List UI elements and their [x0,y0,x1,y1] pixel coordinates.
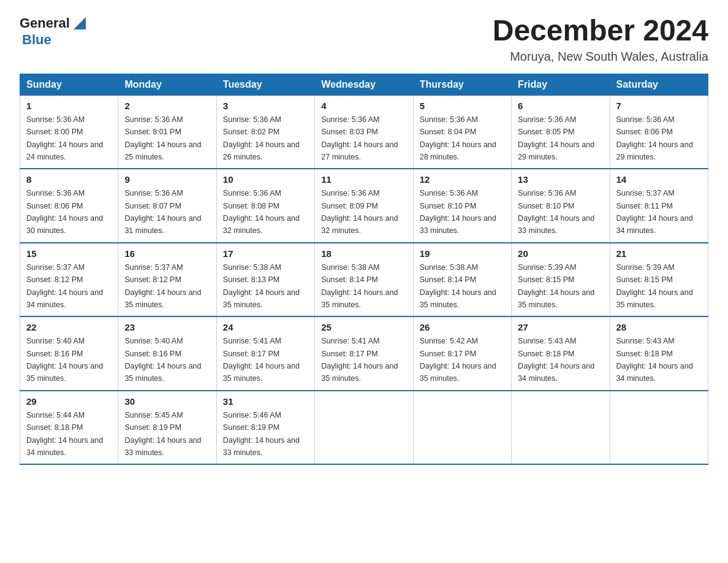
day-info: Sunrise: 5:36 AMSunset: 8:04 PMDaylight:… [420,115,496,161]
weekday-header-friday: Friday [512,74,610,95]
calendar-cell: 19 Sunrise: 5:38 AMSunset: 8:14 PMDaylig… [413,243,511,317]
day-info: Sunrise: 5:37 AMSunset: 8:12 PMDaylight:… [124,263,201,309]
day-number: 19 [420,248,505,259]
day-info: Sunrise: 5:41 AMSunset: 8:17 PMDaylight:… [223,337,300,383]
weekday-header-monday: Monday [118,74,216,95]
day-number: 5 [420,101,505,111]
calendar-cell: 28 Sunrise: 5:43 AMSunset: 8:18 PMDaylig… [610,316,708,391]
day-number: 23 [124,322,210,332]
calendar-cell: 15 Sunrise: 5:37 AMSunset: 8:12 PMDaylig… [20,243,118,317]
calendar-cell: 2 Sunrise: 5:36 AMSunset: 8:01 PMDayligh… [118,95,216,169]
day-number: 13 [518,174,603,185]
day-number: 3 [223,101,308,111]
calendar-cell: 29 Sunrise: 5:44 AMSunset: 8:18 PMDaylig… [20,391,118,465]
calendar-cell: 30 Sunrise: 5:45 AMSunset: 8:19 PMDaylig… [118,391,216,465]
day-info: Sunrise: 5:40 AMSunset: 8:16 PMDaylight:… [26,337,103,383]
day-number: 4 [321,101,406,111]
day-info: Sunrise: 5:38 AMSunset: 8:14 PMDaylight:… [321,263,398,309]
calendar-cell: 9 Sunrise: 5:36 AMSunset: 8:07 PMDayligh… [118,169,216,243]
day-info: Sunrise: 5:39 AMSunset: 8:15 PMDaylight:… [518,263,594,309]
day-number: 22 [26,322,112,332]
day-number: 12 [420,174,505,185]
day-info: Sunrise: 5:36 AMSunset: 8:10 PMDaylight:… [518,189,594,235]
day-number: 20 [518,248,603,259]
day-number: 29 [26,396,112,407]
day-info: Sunrise: 5:36 AMSunset: 8:08 PMDaylight:… [223,189,300,235]
calendar-cell: 14 Sunrise: 5:37 AMSunset: 8:11 PMDaylig… [610,169,708,243]
day-number: 28 [616,322,702,332]
calendar-cell: 31 Sunrise: 5:46 AMSunset: 8:19 PMDaylig… [216,391,314,465]
calendar-cell [413,391,511,465]
logo-general-text: General [20,15,70,31]
day-info: Sunrise: 5:36 AMSunset: 8:02 PMDaylight:… [223,115,300,161]
day-number: 8 [26,174,112,185]
calendar-week-row: 22 Sunrise: 5:40 AMSunset: 8:16 PMDaylig… [20,316,708,391]
day-number: 17 [223,248,308,259]
day-number: 27 [518,322,603,332]
day-info: Sunrise: 5:40 AMSunset: 8:16 PMDaylight:… [124,337,201,383]
weekday-header-tuesday: Tuesday [216,74,314,95]
calendar-cell: 11 Sunrise: 5:36 AMSunset: 8:09 PMDaylig… [315,169,413,243]
day-info: Sunrise: 5:36 AMSunset: 8:05 PMDaylight:… [518,115,594,161]
calendar-cell: 7 Sunrise: 5:36 AMSunset: 8:06 PMDayligh… [610,95,708,169]
day-number: 15 [26,248,112,259]
day-number: 24 [223,322,308,332]
calendar-cell [512,391,610,465]
calendar-cell: 6 Sunrise: 5:36 AMSunset: 8:05 PMDayligh… [512,95,610,169]
day-number: 16 [124,248,210,259]
day-number: 6 [518,101,603,111]
day-info: Sunrise: 5:38 AMSunset: 8:14 PMDaylight:… [420,263,496,309]
day-info: Sunrise: 5:36 AMSunset: 8:06 PMDaylight:… [26,189,103,235]
month-title: December 2024 [493,15,708,47]
calendar-header-row: SundayMondayTuesdayWednesdayThursdayFrid… [20,74,708,95]
calendar-cell: 24 Sunrise: 5:41 AMSunset: 8:17 PMDaylig… [216,316,314,391]
logo-triangle-icon [71,15,88,32]
day-number: 9 [124,174,210,185]
day-info: Sunrise: 5:37 AMSunset: 8:11 PMDaylight:… [616,189,693,235]
calendar-week-row: 15 Sunrise: 5:37 AMSunset: 8:12 PMDaylig… [20,243,708,317]
day-info: Sunrise: 5:36 AMSunset: 8:06 PMDaylight:… [616,115,693,161]
calendar-cell: 26 Sunrise: 5:42 AMSunset: 8:17 PMDaylig… [413,316,511,391]
calendar-cell: 4 Sunrise: 5:36 AMSunset: 8:03 PMDayligh… [315,95,413,169]
day-number: 14 [616,174,702,185]
day-number: 21 [616,248,702,259]
calendar-cell: 27 Sunrise: 5:43 AMSunset: 8:18 PMDaylig… [512,316,610,391]
day-number: 25 [321,322,406,332]
calendar-cell: 23 Sunrise: 5:40 AMSunset: 8:16 PMDaylig… [118,316,216,391]
calendar-table: SundayMondayTuesdayWednesdayThursdayFrid… [20,74,708,465]
day-info: Sunrise: 5:36 AMSunset: 8:01 PMDaylight:… [124,115,201,161]
day-info: Sunrise: 5:37 AMSunset: 8:12 PMDaylight:… [26,263,103,309]
calendar-cell: 10 Sunrise: 5:36 AMSunset: 8:08 PMDaylig… [216,169,314,243]
svg-marker-0 [74,17,86,29]
title-block: December 2024 Moruya, New South Wales, A… [493,15,708,64]
day-info: Sunrise: 5:38 AMSunset: 8:13 PMDaylight:… [223,263,300,309]
day-number: 26 [420,322,505,332]
calendar-cell: 17 Sunrise: 5:38 AMSunset: 8:13 PMDaylig… [216,243,314,317]
calendar-cell: 12 Sunrise: 5:36 AMSunset: 8:10 PMDaylig… [413,169,511,243]
calendar-cell: 13 Sunrise: 5:36 AMSunset: 8:10 PMDaylig… [512,169,610,243]
calendar-cell: 8 Sunrise: 5:36 AMSunset: 8:06 PMDayligh… [20,169,118,243]
day-info: Sunrise: 5:46 AMSunset: 8:19 PMDaylight:… [223,411,300,457]
calendar-cell [315,391,413,465]
location-subtitle: Moruya, New South Wales, Australia [493,50,708,64]
weekday-header-thursday: Thursday [413,74,511,95]
calendar-cell: 5 Sunrise: 5:36 AMSunset: 8:04 PMDayligh… [413,95,511,169]
day-number: 31 [223,396,308,407]
weekday-header-sunday: Sunday [20,74,118,95]
day-info: Sunrise: 5:43 AMSunset: 8:18 PMDaylight:… [518,337,594,383]
logo-blue-text: Blue [22,32,51,47]
day-number: 2 [124,101,210,111]
day-info: Sunrise: 5:36 AMSunset: 8:09 PMDaylight:… [321,189,398,235]
day-number: 11 [321,174,406,185]
day-info: Sunrise: 5:42 AMSunset: 8:17 PMDaylight:… [420,337,496,383]
calendar-cell: 25 Sunrise: 5:41 AMSunset: 8:17 PMDaylig… [315,316,413,391]
day-number: 18 [321,248,406,259]
day-info: Sunrise: 5:36 AMSunset: 8:03 PMDaylight:… [321,115,398,161]
day-info: Sunrise: 5:36 AMSunset: 8:00 PMDaylight:… [26,115,103,161]
day-info: Sunrise: 5:44 AMSunset: 8:18 PMDaylight:… [26,411,103,457]
logo: General Blue [20,15,88,48]
day-info: Sunrise: 5:36 AMSunset: 8:10 PMDaylight:… [420,189,496,235]
calendar-cell: 22 Sunrise: 5:40 AMSunset: 8:16 PMDaylig… [20,316,118,391]
weekday-header-wednesday: Wednesday [315,74,413,95]
day-info: Sunrise: 5:36 AMSunset: 8:07 PMDaylight:… [124,189,201,235]
